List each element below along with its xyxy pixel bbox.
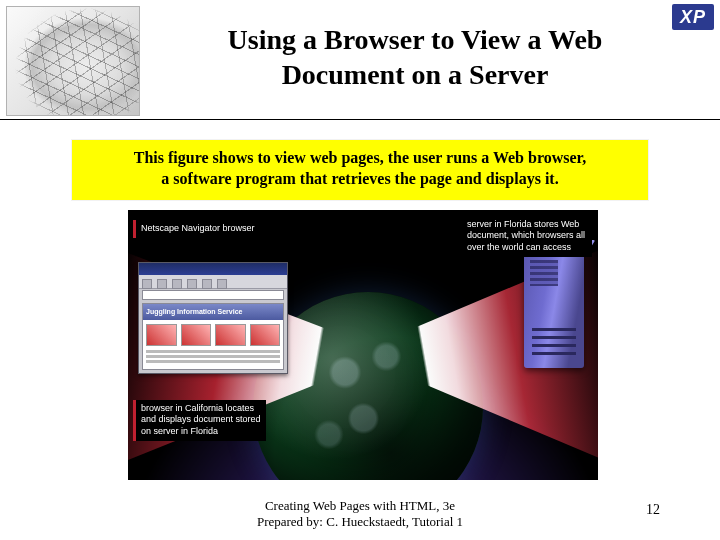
server-tower: [524, 250, 584, 368]
label-california: browser in California locates and displa…: [136, 400, 266, 441]
caption-line-2: a software program that retrieves the pa…: [90, 169, 630, 190]
xp-badge: XP: [672, 4, 714, 30]
browser-titlebar: [139, 263, 287, 275]
browser-addressbar: [142, 290, 284, 300]
label-netscape: Netscape Navigator browser: [136, 220, 260, 238]
browser-window: Juggling Information Service: [138, 262, 288, 374]
server-slots: [532, 328, 576, 358]
page-textlines: [146, 350, 280, 353]
slide-header: XP Using a Browser to View a Web Documen…: [0, 0, 720, 120]
page-number: 12: [646, 502, 660, 518]
footer: Creating Web Pages with HTML, 3e Prepare…: [0, 498, 720, 531]
caption-line-1: This figure shows to view web pages, the…: [90, 148, 630, 169]
label-server: server in Florida stores Web document, w…: [462, 216, 592, 257]
footer-line-2: Prepared by: C. Hueckstaedt, Tutorial 1: [0, 514, 720, 530]
figure: Juggling Information Service Netscape Na…: [128, 210, 598, 480]
caption-box: This figure shows to view web pages, the…: [72, 140, 648, 200]
page-banner-text: Juggling Information Service: [143, 304, 283, 320]
header-thumbnail: [6, 6, 140, 116]
browser-viewport: Juggling Information Service: [142, 303, 284, 370]
browser-toolbar: [139, 275, 287, 289]
slide-title: Using a Browser to View a Web Document o…: [170, 22, 660, 92]
page-banner: Juggling Information Service: [143, 304, 283, 320]
page-images: [146, 324, 280, 346]
slide: XP Using a Browser to View a Web Documen…: [0, 0, 720, 540]
footer-line-1: Creating Web Pages with HTML, 3e: [0, 498, 720, 514]
